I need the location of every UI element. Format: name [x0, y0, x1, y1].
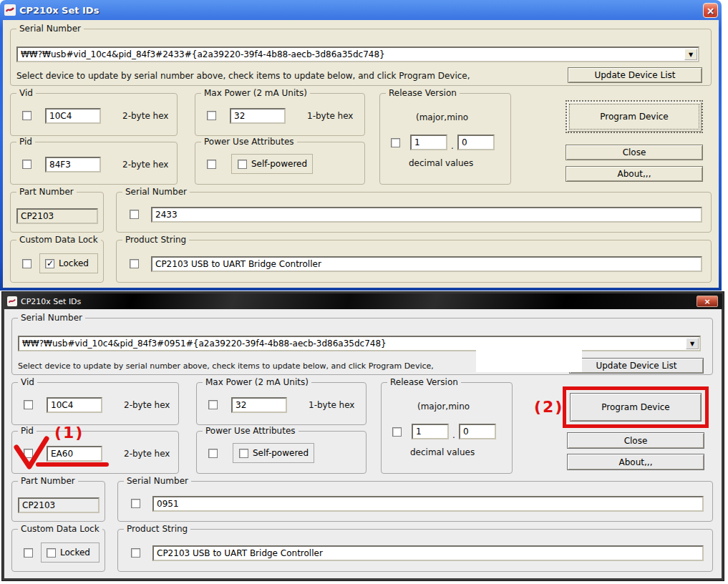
product-string-field[interactable]: CP2103 USB to UART Bridge Controller	[151, 256, 702, 272]
instruction-text: Select device to update by serial number…	[16, 71, 470, 81]
release-separator: .	[451, 141, 454, 151]
dialog-bottom-window: CP210x Set IDs × Serial Number ₩₩?₩usb#v…	[1, 291, 724, 581]
max-power-enable-checkbox[interactable]	[207, 111, 216, 120]
vid-field[interactable]: 10C4	[47, 397, 102, 413]
instruction-text: Select device to update by serial number…	[18, 361, 434, 371]
chevron-down-icon[interactable]: ▼	[684, 49, 697, 60]
product-string-enable-checkbox[interactable]	[131, 548, 140, 558]
part-number-group-label: Part Number	[18, 476, 78, 486]
power-use-enable-checkbox[interactable]	[207, 160, 216, 169]
self-powered-checkbox[interactable]	[239, 449, 248, 458]
custom-lock-enable-checkbox[interactable]	[22, 259, 31, 268]
close-icon[interactable]: ×	[697, 296, 718, 307]
window-title: CP210x Set IDs	[19, 5, 99, 16]
release-version-group-label: Release Version	[386, 88, 460, 98]
locked-box: Locked	[39, 253, 98, 273]
max-power-field[interactable]: 32	[231, 397, 287, 413]
serial-enable-checkbox[interactable]	[131, 499, 140, 508]
pid-enable-checkbox[interactable]	[22, 160, 31, 169]
program-device-highlight-box	[563, 386, 709, 428]
release-version-group: Release Version (major,mino 1 . 0 decima…	[379, 93, 511, 185]
release-major-field[interactable]: 1	[410, 135, 447, 150]
close-button[interactable]: Close	[566, 145, 703, 160]
device-serial-combobox[interactable]: ₩₩?₩usb#vid_10c4&pid_84f3#2433#{a2a39220…	[16, 47, 699, 62]
serial-field-group: Serial Number 2433	[116, 192, 712, 233]
max-power-field[interactable]: 32	[230, 108, 286, 124]
pid-field[interactable]: EA60	[47, 446, 102, 462]
self-powered-label: Self-powered	[251, 159, 307, 169]
serial-field-group-label: Serial Number	[124, 476, 191, 486]
part-number-field: CP2103	[16, 208, 98, 224]
self-powered-box: Self-powered	[233, 443, 314, 463]
app-icon	[4, 4, 16, 16]
max-power-hint: 1-byte hex	[309, 400, 354, 410]
release-version-hint: decimal values	[410, 447, 475, 457]
power-use-enable-checkbox[interactable]	[208, 449, 218, 458]
window-title: CP210x Set IDs	[21, 297, 81, 306]
release-version-group: Release Version (major,mino 1 . 0 decima…	[381, 382, 513, 474]
release-version-sublabel: (major,mino	[417, 402, 470, 412]
serial-enable-checkbox[interactable]	[130, 210, 139, 219]
serial-field[interactable]: 0951	[152, 496, 704, 512]
release-version-group-label: Release Version	[387, 377, 461, 387]
chevron-down-icon[interactable]: ▼	[686, 338, 699, 349]
max-power-hint: 1-byte hex	[307, 111, 353, 121]
dialog-top-window: CP210x Set IDs × Serial Number ₩₩?₩usb#v…	[0, 0, 722, 291]
pid-field[interactable]: 84F3	[45, 157, 101, 172]
part-number-group: Part Number CP2103	[10, 192, 104, 233]
dialog-top-titlebar[interactable]: CP210x Set IDs ×	[0, 0, 722, 20]
release-major-field[interactable]: 1	[412, 424, 449, 439]
self-powered-checkbox[interactable]	[238, 160, 247, 169]
program-device-button[interactable]: Program Device	[566, 100, 703, 133]
vid-enable-checkbox[interactable]	[22, 111, 31, 120]
max-power-enable-checkbox[interactable]	[208, 400, 218, 409]
close-icon[interactable]: ×	[703, 3, 718, 18]
serial-number-group: Serial Number ₩₩?₩usb#vid_10c4&pid_84f3#…	[11, 318, 713, 375]
part-number-field: CP2103	[18, 497, 100, 513]
product-string-field[interactable]: CP2103 USB to UART Bridge Controller	[152, 545, 704, 561]
power-use-group-label: Power Use Attributes	[201, 137, 297, 147]
pid-group: Pid 84F3 2-byte hex	[10, 142, 178, 185]
device-serial-combobox[interactable]: ₩₩?₩usb#vid_10c4&pid_84f3#0951#{a2a39220…	[18, 336, 701, 351]
serial-field-group-label: Serial Number	[122, 187, 190, 197]
update-device-list-button[interactable]: Update Device List	[568, 67, 702, 83]
custom-data-lock-group: Custom Data Lock Locked	[10, 240, 104, 283]
release-version-sublabel: (major,mino	[416, 112, 468, 122]
serial-number-group-label: Serial Number	[16, 24, 84, 34]
vid-group: Vid 10C4 2-byte hex	[11, 382, 179, 425]
about-button[interactable]: About,,,	[566, 166, 703, 182]
locked-label: Locked	[60, 548, 90, 558]
vid-enable-checkbox[interactable]	[24, 400, 33, 409]
locked-checkbox[interactable]	[47, 548, 56, 558]
vid-hint: 2-byte hex	[124, 400, 170, 410]
product-string-enable-checkbox[interactable]	[130, 259, 139, 268]
vid-group-label: Vid	[18, 377, 37, 387]
pid-group-label: Pid	[16, 137, 35, 147]
max-power-group: Max Power (2 mA Units) 32 1-byte hex	[196, 382, 367, 425]
locked-checkbox[interactable]	[45, 259, 54, 268]
release-version-enable-checkbox[interactable]	[391, 138, 400, 147]
custom-lock-enable-checkbox[interactable]	[24, 548, 33, 558]
release-minor-field[interactable]: 0	[459, 424, 496, 439]
release-minor-field[interactable]: 0	[457, 135, 495, 150]
vid-hint: 2-byte hex	[122, 111, 168, 121]
about-button[interactable]: About,,,	[567, 454, 704, 470]
update-device-list-button[interactable]: Update Device List	[569, 358, 704, 374]
product-string-group: Product String CP2103 USB to UART Bridge…	[116, 240, 712, 283]
release-version-hint: decimal values	[409, 158, 473, 168]
release-separator: .	[452, 430, 455, 440]
dialog-bottom-titlebar[interactable]: CP210x Set IDs ×	[4, 293, 722, 309]
vid-field[interactable]: 10C4	[45, 108, 101, 124]
whiteout-patch	[476, 344, 582, 372]
part-number-group: Part Number CP2103	[11, 481, 105, 522]
device-serial-value: ₩₩?₩usb#vid_10c4&pid_84f3#2433#{a2a39220…	[21, 49, 385, 59]
custom-data-lock-group: Custom Data Lock Locked	[11, 529, 105, 572]
serial-field[interactable]: 2433	[151, 207, 702, 223]
release-version-enable-checkbox[interactable]	[392, 427, 402, 437]
dialog-top-content: Serial Number ₩₩?₩usb#vid_10c4&pid_84f3#…	[3, 20, 719, 288]
serial-number-group: Serial Number ₩₩?₩usb#vid_10c4&pid_84f3#…	[10, 29, 712, 86]
power-use-group: Power Use Attributes Self-powered	[195, 142, 365, 185]
close-button[interactable]: Close	[567, 432, 704, 449]
product-string-group: Product String CP2103 USB to UART Bridge…	[117, 529, 713, 572]
pid-hint: 2-byte hex	[122, 160, 168, 170]
